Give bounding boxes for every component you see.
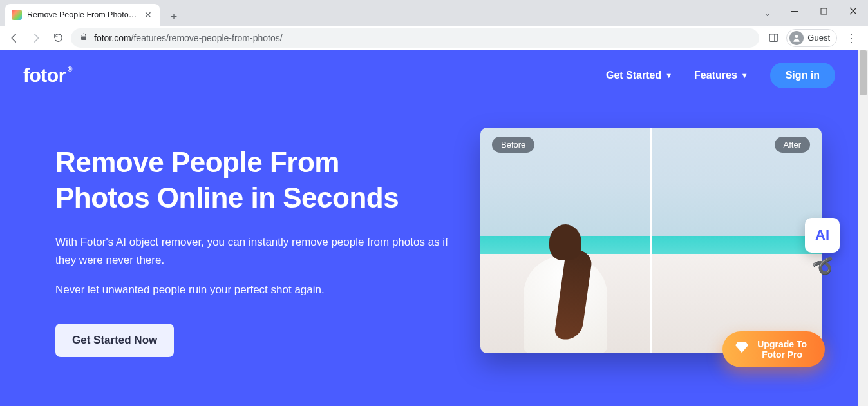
after-badge: After (775, 137, 810, 153)
minimize-button[interactable] (779, 0, 809, 22)
after-pane: After (652, 128, 822, 353)
hero-title-line1: Remove People From (55, 146, 339, 178)
reload-button[interactable] (49, 29, 67, 47)
close-window-button[interactable] (838, 0, 868, 22)
address-bar[interactable]: fotor.com/features/remove-people-from-ph… (71, 28, 759, 48)
signin-button[interactable]: Sign in (770, 63, 835, 88)
hero-paragraph-1: With Fotor's AI object remover, you can … (55, 233, 455, 269)
maximize-button[interactable] (809, 0, 838, 22)
url-path: /features/remove-people-from-photos/ (131, 33, 283, 43)
url-host: fotor.com (94, 33, 131, 43)
browser-toolbar: fotor.com/features/remove-people-from-ph… (0, 26, 868, 50)
back-button[interactable] (5, 29, 23, 47)
hero-section: Remove People From Photos Online in Seco… (0, 89, 858, 357)
tab-search-icon[interactable]: ⌄ (764, 8, 771, 18)
svg-rect-2 (769, 34, 778, 41)
profile-chip[interactable]: Guest (786, 29, 837, 47)
panel-icon[interactable] (767, 32, 780, 44)
chevron-down-icon: ▼ (741, 72, 748, 79)
page-viewport: fotor® Get Started ▼ Features ▼ Sign in … (0, 50, 868, 406)
logo-text: fotor (23, 64, 66, 86)
tab-strip: Remove People From Photos O ✕ + ⌄ (0, 0, 868, 26)
toolbar-right: Guest ⋮ (763, 29, 863, 47)
tab-title: Remove People From Photos O (27, 10, 138, 19)
url-text: fotor.com/features/remove-people-from-ph… (94, 33, 283, 43)
diamond-icon (735, 342, 748, 356)
scrollbar-track[interactable] (858, 50, 868, 406)
nav-features[interactable]: Features ▼ (694, 70, 748, 81)
nav-get-started-label: Get Started (606, 70, 661, 81)
browser-chrome: Remove People From Photos O ✕ + ⌄ (0, 0, 868, 50)
before-pane: Before (480, 128, 650, 353)
site-header: fotor® Get Started ▼ Features ▼ Sign in (0, 50, 858, 89)
upgrade-line1: Upgrade To (757, 339, 807, 349)
chevron-down-icon: ▼ (665, 72, 672, 79)
lock-icon (80, 33, 88, 43)
registered-icon: ® (68, 66, 72, 73)
hero-paragraph-2: Never let unwanted people ruin your perf… (55, 281, 455, 299)
logo[interactable]: fotor® (23, 64, 66, 86)
upgrade-text: Upgrade To Fotor Pro (757, 339, 807, 360)
profile-label: Guest (807, 33, 830, 43)
favicon-icon (12, 10, 22, 20)
upgrade-line2: Fotor Pro (757, 349, 807, 360)
upgrade-button[interactable]: Upgrade To Fotor Pro (722, 331, 825, 367)
ai-badge: AI (805, 218, 840, 253)
svg-point-4 (795, 35, 798, 38)
main-nav: Get Started ▼ Features ▼ Sign in (606, 63, 835, 88)
forward-button[interactable] (27, 29, 45, 47)
nav-get-started[interactable]: Get Started ▼ (606, 70, 672, 81)
get-started-now-button[interactable]: Get Started Now (55, 324, 174, 357)
hero-title-line2: Photos Online in Seconds (55, 182, 399, 213)
hero-image: Before After AI ➰ (480, 128, 822, 353)
before-after-compare: Before After (480, 128, 822, 353)
menu-icon[interactable]: ⋮ (844, 31, 859, 45)
hero-title: Remove People From Photos Online in Seco… (55, 144, 455, 215)
nav-features-label: Features (694, 70, 737, 81)
svg-rect-0 (821, 8, 827, 14)
window-controls (779, 0, 868, 22)
before-badge: Before (492, 137, 534, 153)
avatar-icon (789, 31, 804, 45)
browser-tab[interactable]: Remove People From Photos O ✕ (5, 4, 160, 26)
svg-rect-1 (81, 36, 86, 40)
scrollbar-thumb[interactable] (860, 50, 867, 95)
close-tab-icon[interactable]: ✕ (143, 10, 153, 20)
hero-text: Remove People From Photos Online in Seco… (55, 121, 455, 357)
new-tab-button[interactable]: + (165, 8, 183, 26)
page-content: fotor® Get Started ▼ Features ▼ Sign in … (0, 50, 858, 406)
person-figure (514, 224, 617, 353)
